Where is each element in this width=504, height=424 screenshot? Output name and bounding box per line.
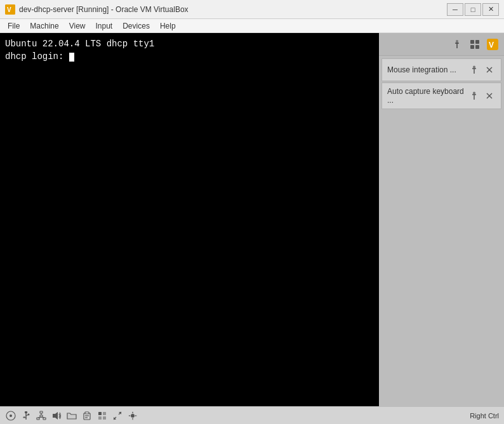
- panel-pin-button[interactable]: [449, 37, 465, 52]
- notification-auto-capture-keyboard-close[interactable]: [483, 89, 496, 102]
- notification-mouse-integration[interactable]: Mouse integration ...: [381, 58, 501, 81]
- svg-point-22: [10, 414, 12, 417]
- status-right: Right Ctrl: [470, 412, 499, 420]
- status-icon-cd[interactable]: [5, 410, 17, 421]
- status-icon-network[interactable]: [36, 410, 47, 421]
- window-title: dev-dhcp-server [Running] - Oracle VM Vi…: [19, 5, 189, 14]
- notification-mouse-integration-close[interactable]: [483, 63, 496, 76]
- menu-devices[interactable]: Devices: [117, 19, 155, 33]
- svg-rect-42: [103, 412, 106, 415]
- status-bar: Right Ctrl: [0, 406, 504, 424]
- svg-line-33: [41, 417, 44, 418]
- svg-text:V: V: [7, 6, 11, 13]
- vm-screen[interactable]: Ubuntu 22.04.4 LTS dhcp tty1 dhcp login:: [0, 33, 379, 406]
- vm-line-2: dhcp login:: [5, 51, 374, 63]
- svg-rect-38: [85, 412, 89, 414]
- title-bar: V dev-dhcp-server [Running] - Oracle VM …: [0, 0, 504, 19]
- notification-auto-capture-keyboard[interactable]: Auto capture keyboard ...: [381, 83, 501, 109]
- notification-mouse-integration-actions: [468, 63, 496, 76]
- right-panel: V Mouse integration ...: [379, 33, 504, 406]
- svg-point-12: [473, 66, 475, 69]
- notification-auto-capture-keyboard-actions: [468, 89, 496, 102]
- svg-line-32: [38, 417, 41, 418]
- notification-list: Mouse integration ...: [379, 56, 504, 112]
- status-icon-drag-and-drop[interactable]: [96, 410, 108, 421]
- svg-text:V: V: [489, 41, 494, 50]
- cursor: [69, 53, 74, 62]
- svg-rect-41: [98, 412, 102, 415]
- status-icon-settings[interactable]: [127, 410, 138, 421]
- app-icon: V: [5, 4, 15, 15]
- panel-vb-button[interactable]: V: [485, 37, 500, 52]
- notification-mouse-integration-pin[interactable]: [468, 63, 481, 76]
- menu-view[interactable]: View: [64, 19, 91, 33]
- svg-rect-44: [103, 416, 106, 420]
- panel-grid-button[interactable]: [467, 37, 482, 52]
- svg-rect-43: [98, 416, 102, 420]
- minimize-button[interactable]: ─: [447, 3, 463, 16]
- svg-rect-31: [43, 418, 46, 420]
- svg-rect-28: [23, 416, 25, 418]
- window-controls: ─ □ ✕: [447, 3, 499, 16]
- svg-rect-5: [470, 45, 474, 49]
- status-icon-clipboard[interactable]: [81, 410, 93, 421]
- svg-rect-23: [25, 411, 27, 413]
- svg-rect-29: [37, 418, 39, 420]
- status-icon-audio[interactable]: [51, 410, 62, 421]
- svg-marker-36: [53, 412, 58, 420]
- status-icon-scale[interactable]: [112, 410, 123, 421]
- menu-machine[interactable]: Machine: [25, 19, 63, 33]
- main-area: Ubuntu 22.04.4 LTS dhcp tty1 dhcp login:: [0, 33, 504, 406]
- close-button[interactable]: ✕: [482, 3, 499, 16]
- vm-line-1: Ubuntu 22.04.4 LTS dhcp tty1: [5, 38, 374, 51]
- svg-point-2: [456, 40, 458, 43]
- svg-rect-6: [475, 45, 479, 49]
- svg-rect-34: [40, 411, 43, 413]
- notification-auto-capture-keyboard-text: Auto capture keyboard ...: [387, 87, 468, 105]
- menu-input[interactable]: Input: [91, 19, 118, 33]
- svg-rect-4: [475, 40, 479, 44]
- title-bar-left: V dev-dhcp-server [Running] - Oracle VM …: [5, 4, 189, 15]
- notification-auto-capture-keyboard-pin[interactable]: [468, 89, 481, 102]
- svg-point-27: [28, 413, 30, 415]
- status-icon-shared-folders[interactable]: [66, 410, 77, 421]
- svg-rect-30: [40, 415, 43, 417]
- panel-toolbar: V: [379, 33, 504, 56]
- status-icon-usb[interactable]: [20, 410, 32, 421]
- svg-rect-3: [470, 40, 474, 44]
- menu-help[interactable]: Help: [155, 19, 181, 33]
- menu-bar: File Machine View Input Devices Help: [0, 19, 504, 33]
- status-left: [5, 410, 138, 421]
- svg-point-18: [473, 92, 475, 95]
- svg-point-45: [131, 414, 135, 418]
- notification-mouse-integration-text: Mouse integration ...: [387, 65, 468, 74]
- maximize-button[interactable]: □: [465, 3, 481, 16]
- menu-file[interactable]: File: [3, 19, 25, 33]
- right-ctrl-label: Right Ctrl: [470, 412, 499, 420]
